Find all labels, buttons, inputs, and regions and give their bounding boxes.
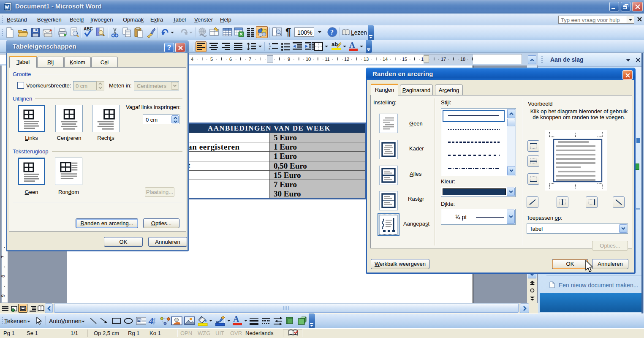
svg-text:12: 12: [344, 57, 349, 62]
svg-text:9: 9: [288, 57, 290, 62]
svg-text:18: 18: [460, 57, 465, 62]
svg-text:15: 15: [402, 57, 407, 62]
svg-text:4: 4: [191, 57, 193, 62]
svg-text:A: A: [138, 319, 140, 323]
svg-text:13: 13: [364, 57, 369, 62]
svg-text:7: 7: [249, 57, 251, 62]
svg-text:2: 2: [269, 48, 270, 51]
svg-text:17: 17: [441, 57, 446, 62]
svg-text:1: 1: [269, 43, 270, 46]
svg-text:8: 8: [0, 275, 5, 278]
svg-text:7: 7: [0, 256, 5, 258]
svg-text:10: 10: [306, 57, 311, 62]
svg-text:5: 5: [210, 57, 213, 62]
svg-text:6: 6: [229, 57, 232, 62]
svg-text:9: 9: [0, 294, 5, 297]
svg-text:14: 14: [383, 57, 388, 62]
svg-text:11: 11: [325, 57, 329, 62]
svg-text:?: ?: [330, 29, 334, 36]
svg-text:ABC: ABC: [84, 27, 93, 31]
svg-text:4: 4: [148, 316, 154, 325]
